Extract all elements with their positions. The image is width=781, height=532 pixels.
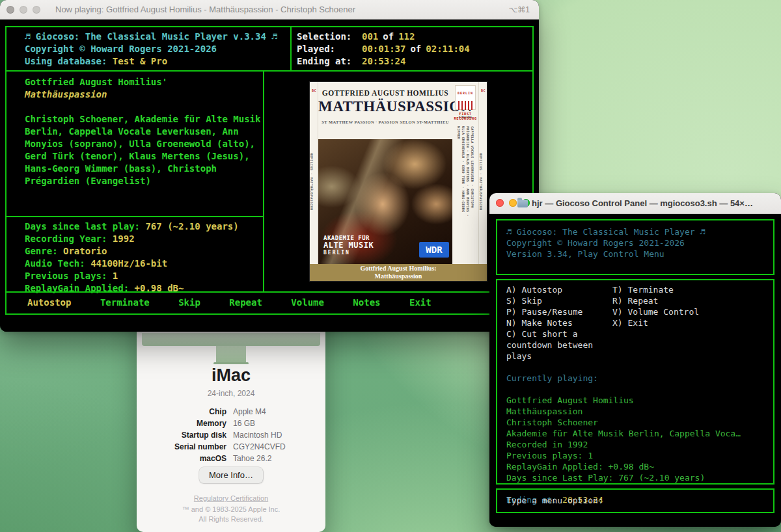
current-replaygain: ReplayGain Applied: +0.98 dB~ [506, 461, 773, 472]
mac-model-subtitle: 24-inch, 2024 [137, 389, 325, 398]
album-painting: AKADEMIE FÜR ALTE MUSIK BERLIN WDR [318, 139, 452, 264]
menu-item-terminate[interactable]: Terminate [100, 297, 150, 308]
imac-image-chin [142, 333, 320, 346]
menu-option-row: N) Make NotesX) Exit [506, 317, 773, 328]
panel-titlebar[interactable]: hjr — Giocoso Control Panel — mgiocoso3.… [489, 193, 781, 214]
performers-text: Christoph Schoener, Akademie für Alte Mu… [25, 113, 263, 187]
more-info-button[interactable]: More Info… [199, 467, 263, 483]
panel-main-box: A) AutostopT) Terminate S) SkipR) Repeat… [496, 279, 774, 485]
database-line: Using database: Test & Pro [25, 55, 290, 68]
mac-spec-list: Chip Apple M4 Memory 16 GB Startup disk … [137, 407, 325, 463]
app-title-line: ♬ Giocoso: The Classical Music Player ♬ [506, 226, 773, 237]
player-header-box: ♬ Giocoso: The Classical Music Player v.… [5, 26, 292, 72]
berlin-classics-logo: BERLIN Classics [455, 85, 476, 110]
ending-row: Ending at:20:53:24 [297, 55, 532, 68]
window-shortcut-badge: ⌥⌘1 [508, 5, 530, 14]
meta-row: Audio Tech: 44100Hz/16-bit [25, 258, 263, 270]
spec-value: 16 GB [233, 419, 325, 428]
player-window-title: Now playing: Gottfried August Homilius -… [55, 5, 355, 14]
akademie-text: AKADEMIE FÜR ALTE MUSIK BERLIN [323, 235, 374, 256]
desktop: { "player": { "titlebar": { "title": "No… [0, 0, 781, 532]
close-button[interactable] [7, 6, 14, 14]
spec-value: Tahoe 26.2 [233, 454, 325, 463]
spec-label: Startup disk [137, 431, 226, 440]
played-row: Played:00:01:37of02:11:04 [297, 43, 532, 55]
menu-item-repeat[interactable]: Repeat [229, 297, 262, 308]
current-composer: Gottfried August Homilius [506, 395, 773, 406]
first-recording-badge: FIRSTRECORDING [452, 112, 478, 121]
player-menu-bar: Autostop Terminate Skip Repeat Volume No… [5, 291, 534, 315]
database-name: Test & Pro [113, 56, 167, 66]
meta-row: Recording Year: 1992 [25, 233, 263, 245]
copyright-line: Copyright © Howard Rogers 2021-2026 [506, 237, 773, 248]
player-terminal-content: ♬ Giocoso: The Classical Music Player v.… [0, 20, 539, 332]
imac-image-stand [216, 346, 246, 362]
spec-label: Serial number [137, 442, 226, 451]
menu-prompt[interactable]: Type a menu option: [506, 495, 773, 506]
caption-line1: Gottfried August Homilius: [310, 265, 487, 273]
regulatory-certification-link[interactable]: Regulatory Certification [137, 494, 325, 502]
wdr-logo: WDR [419, 242, 449, 258]
selection-row: Selection:001of112 [297, 31, 532, 43]
imac-image-stand-base [213, 362, 249, 364]
current-recorded: Recorded in 1992 [506, 439, 773, 450]
meta-row: Days since last play: 767 (~2.10 years) [25, 220, 263, 233]
panel-prompt-box[interactable]: Type a menu option: [496, 488, 774, 513]
menu-item-volume[interactable]: Volume [291, 297, 324, 308]
menu-item-notes[interactable]: Notes [353, 297, 380, 308]
spec-label: Chip [137, 407, 226, 416]
menu-item-skip[interactable]: Skip [178, 297, 200, 308]
menu-option-row: S) SkipR) Repeat [506, 295, 773, 306]
panel-title-group: hjr — Giocoso Control Panel — mgiocoso3.… [517, 198, 753, 208]
spec-value: CGY2N4CVFD [233, 442, 325, 451]
app-title-line: ♬ Giocoso: The Classical Music Player v.… [25, 31, 290, 43]
spec-value: Apple M4 [233, 407, 325, 416]
close-button[interactable] [496, 199, 504, 207]
logo-bars [458, 101, 473, 110]
panel-terminal-content: ♬ Giocoso: The Classical Music Player ♬ … [489, 214, 781, 527]
minimize-button[interactable] [20, 6, 27, 14]
composer-name: Gottfried August Homilius' [25, 76, 258, 88]
apple-copyright: ™ and © 1983-2025 Apple Inc. [137, 505, 325, 513]
album-caption-strip: Gottfried August Homilius: Matthäuspassi… [310, 264, 487, 281]
current-previous-plays: Previous plays: 1 [506, 450, 773, 461]
player-titlebar[interactable]: Now playing: Gottfried August Homilius -… [0, 0, 539, 20]
now-playing-info-box: Gottfried August Homilius' Matthäuspassi… [5, 70, 264, 217]
label-code: BC [479, 85, 487, 97]
traffic-lights [7, 6, 40, 14]
current-days-since: Days since Last Play: 767 (~2.10 years) [506, 472, 773, 483]
version-line: Version 3.34, Play Control Menu [506, 248, 773, 259]
work-title: Matthäuspassion [25, 88, 258, 101]
mac-model-title: iMac [137, 366, 325, 386]
currently-playing-heading: Currently playing: [506, 373, 773, 384]
panel-header-box: ♬ Giocoso: The Classical Music Player ♬ … [496, 219, 774, 275]
album-spine-far-right: BCHOMILIUS · MATTHÄUSPASSION [478, 82, 487, 264]
meta-row: Previous plays: 1 [25, 270, 263, 282]
spec-label: Memory [137, 419, 226, 428]
track-metadata-box: Days since last play: 767 (~2.10 years) … [5, 216, 264, 293]
album-spine-left: BCHOMILIUS · MATTHÄUSPASSION [310, 82, 318, 264]
album-cover: BCHOMILIUS · MATTHÄUSPASSION GOTTFRIED A… [310, 82, 487, 281]
copyright-line: Copyright © Howard Rogers 2021-2026 [25, 43, 290, 55]
menu-option-row: C) Cut short a countdown between plays [506, 328, 773, 362]
folder-icon [517, 200, 528, 207]
album-cover-heading: GOTTFRIED AUGUST HOMILIUS MATTHÄUSPASSIO… [318, 82, 452, 140]
album-subtitle: ST MATTHEW PASSION · PASSION SELON ST-MA… [318, 116, 452, 128]
spec-label: macOS [137, 454, 226, 463]
minimize-button[interactable] [509, 199, 517, 207]
caption-line2: Matthäuspassion [310, 273, 487, 280]
control-panel-window: hjr — Giocoso Control Panel — mgiocoso3.… [489, 193, 781, 527]
menu-item-autostop[interactable]: Autostop [27, 297, 71, 308]
label-code: BC [310, 85, 318, 97]
album-title: MATTHÄUSPASSION [318, 100, 452, 113]
panel-window-title: hjr — Giocoso Control Panel — mgiocoso3.… [532, 198, 753, 208]
rights-reserved: All Rights Reserved. [137, 515, 325, 523]
meta-row: Genre: Oratorio [25, 245, 263, 258]
giocoso-player-window: Now playing: Gottfried August Homilius -… [0, 0, 539, 332]
album-performers-vertical: CAPPELLA VOCALE LEVERKUSEN · CHRISTOPH P… [456, 126, 474, 224]
menu-item-exit[interactable]: Exit [409, 297, 432, 308]
menu-option-row: A) AutostopT) Terminate [506, 284, 773, 295]
zoom-button[interactable] [33, 6, 40, 14]
player-status-box: Selection:001of112 Played:00:01:37of02:1… [290, 26, 534, 72]
current-conductor: Christoph Schoener [506, 417, 773, 428]
